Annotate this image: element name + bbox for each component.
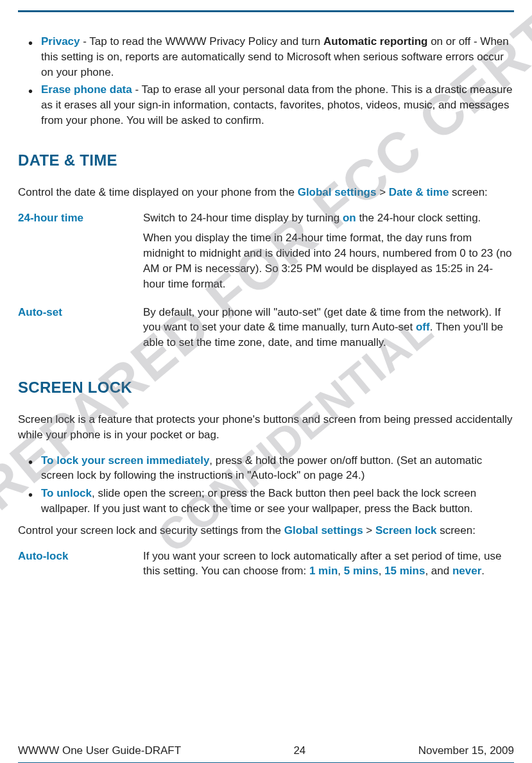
opt-1min: 1 min	[309, 565, 338, 577]
screen-lock-intro: Screen lock is a feature that protects y…	[18, 412, 514, 443]
opt-5mins: 5 mins	[344, 565, 379, 577]
def-text-b: the 24-hour clock setting.	[356, 212, 481, 224]
bullet-lead: To lock your screen immediately	[41, 454, 209, 467]
def-row-autoset: Auto-set By default, your phone will "au…	[18, 305, 514, 356]
link-screen-lock: Screen lock	[375, 524, 436, 536]
intro-text: Control the date & time displayed on you…	[18, 186, 298, 198]
bullet-privacy: Privacy - Tap to read the WWWW Privacy P…	[41, 34, 514, 80]
def-text-p2: When you display the time in 24-hour tim…	[143, 230, 514, 291]
page-footer: WWWW One User Guide-DRAFT 24 November 15…	[18, 744, 514, 763]
control-text: Control your screen lock and security se…	[18, 524, 284, 536]
link-global-settings: Global settings	[284, 524, 363, 536]
bullet-lead: Privacy	[41, 35, 80, 47]
bullet-rest: , slide open the screen; or press the Ba…	[41, 487, 476, 515]
sep-and: , and	[425, 565, 452, 577]
def-body: Switch to 24-hour time display by turnin…	[143, 210, 514, 297]
bullet-unlock: To unlock, slide open the screen; or pre…	[41, 486, 514, 517]
screen-lock-control-intro: Control your screen lock and security se…	[18, 523, 514, 538]
control-sep: >	[363, 524, 375, 536]
bullet-text: - Tap to read the WWWW Privacy Policy an…	[80, 35, 323, 47]
bullet-erase-phone-data: Erase phone data - Tap to erase all your…	[41, 82, 514, 128]
bullet-lock-immediately: To lock your screen immediately, press &…	[41, 453, 514, 484]
screen-lock-definitions: Auto-lock If you want your screen to loc…	[18, 549, 514, 585]
def-bold: off	[416, 321, 430, 333]
intro-tail: screen:	[449, 186, 487, 198]
content-area: Privacy - Tap to read the WWWW Privacy P…	[18, 12, 514, 584]
heading-date-time: DATE & TIME	[18, 151, 514, 169]
date-time-intro: Control the date & time displayed on you…	[18, 185, 514, 200]
bullet-lead: Erase phone data	[41, 83, 132, 96]
footer-left: WWWW One User Guide-DRAFT	[18, 744, 181, 757]
top-bullet-list: Privacy - Tap to read the WWWW Privacy P…	[18, 34, 514, 128]
def-body: If you want your screen to lock automati…	[143, 549, 514, 585]
screen-lock-bullets: To lock your screen immediately, press &…	[18, 453, 514, 517]
def-row-autolock: Auto-lock If you want your screen to loc…	[18, 549, 514, 585]
def-text: Switch to 24-hour time display by turnin…	[143, 212, 343, 224]
date-time-definitions: 24-hour time Switch to 24-hour time disp…	[18, 210, 514, 356]
footer-page-number: 24	[293, 744, 305, 757]
bullet-lead: To unlock	[41, 487, 92, 499]
def-bold: on	[343, 212, 356, 224]
def-body: By default, your phone will "auto-set" (…	[143, 305, 514, 356]
link-date-time: Date & time	[389, 186, 449, 198]
opt-15mins: 15 mins	[384, 565, 425, 577]
intro-sep: >	[376, 186, 388, 198]
def-term: Auto-set	[18, 305, 143, 356]
period: .	[481, 565, 485, 577]
footer-date: November 15, 2009	[418, 744, 514, 757]
def-term: Auto-lock	[18, 549, 143, 585]
def-term: 24-hour time	[18, 210, 143, 297]
heading-screen-lock: SCREEN LOCK	[18, 379, 514, 397]
sep: ,	[379, 565, 384, 577]
opt-never: never	[452, 565, 481, 577]
sep: ,	[338, 565, 343, 577]
control-tail: screen:	[436, 524, 475, 536]
link-global-settings: Global settings	[298, 186, 377, 198]
def-row-24hour: 24-hour time Switch to 24-hour time disp…	[18, 210, 514, 297]
bullet-mid-bold: Automatic reporting	[323, 35, 427, 47]
